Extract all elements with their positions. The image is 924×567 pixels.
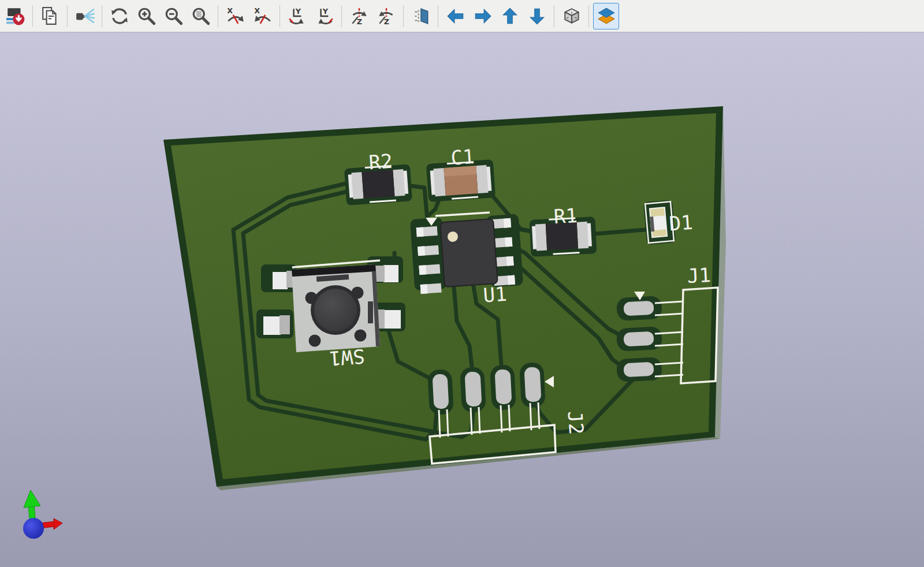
- move-right-button[interactable]: [470, 3, 495, 29]
- toolbar-separator: [67, 5, 68, 27]
- appearance-layers-button[interactable]: [593, 3, 619, 29]
- toolbar-separator: [218, 5, 218, 27]
- toolbar-separator: [32, 5, 33, 27]
- toolbar-separator: [280, 5, 280, 27]
- rotate-x-counterclockwise-button[interactable]: X: [249, 3, 275, 29]
- axis-z-glyph: Z: [356, 17, 362, 25]
- axis-z-glyph: Z: [383, 17, 389, 25]
- move-down-button[interactable]: [524, 3, 550, 29]
- redraw-button[interactable]: [106, 3, 132, 29]
- label-j2: J2: [564, 410, 588, 435]
- rotate-z-clockwise-button[interactable]: Z: [346, 3, 372, 29]
- rotate-x-clockwise-button[interactable]: X: [222, 3, 248, 29]
- toolbar-separator: [403, 5, 404, 27]
- axis-x-glyph: X: [227, 6, 233, 15]
- zoom-out-button[interactable]: [161, 3, 187, 29]
- copy-image-button[interactable]: [37, 3, 63, 29]
- rotate-y-counterclockwise-button[interactable]: Y: [311, 3, 337, 29]
- axis-x-glyph: X: [254, 6, 260, 15]
- orthographic-projection-button[interactable]: [558, 3, 584, 29]
- label-j1: J1: [687, 263, 711, 288]
- flip-board-button[interactable]: [408, 3, 434, 29]
- 3d-viewer-toolbar: X X Y: [0, 0, 924, 33]
- kicad-3d-viewer-window: R2 C1 R1 D1 U1 SW1 J1 J2: [0, 0, 924, 567]
- axis-y-glyph: Y: [322, 6, 328, 15]
- label-d1: D1: [668, 211, 694, 236]
- label-r1: R1: [553, 204, 578, 228]
- toolbar-separator: [554, 5, 554, 27]
- toolbar-separator: [341, 5, 342, 27]
- toolbar-separator: [438, 5, 438, 27]
- toolbar-separator: [102, 5, 102, 27]
- label-c1: C1: [450, 145, 475, 170]
- reload-board-button[interactable]: [2, 3, 28, 29]
- toolbar-separator: [588, 5, 589, 27]
- axis-y-glyph: Y: [295, 6, 301, 15]
- label-r2: R2: [368, 150, 393, 174]
- zoom-to-fit-button[interactable]: [188, 3, 214, 29]
- pcb-board: R2 C1 R1 D1 U1 SW1 J1 J2: [163, 106, 726, 490]
- zoom-in-button[interactable]: [133, 3, 159, 29]
- rotate-y-clockwise-button[interactable]: Y: [284, 3, 310, 29]
- label-u1: U1: [482, 282, 508, 307]
- render-raytracing-button[interactable]: [72, 3, 98, 29]
- z-axis-ball: [23, 518, 44, 539]
- move-left-button[interactable]: [442, 3, 468, 29]
- pcb-3d-viewport[interactable]: R2 C1 R1 D1 U1 SW1 J1 J2: [0, 0, 924, 567]
- label-sw1: SW1: [329, 345, 366, 370]
- rotate-z-counterclockwise-button[interactable]: Z: [373, 3, 399, 29]
- move-up-button[interactable]: [497, 3, 523, 29]
